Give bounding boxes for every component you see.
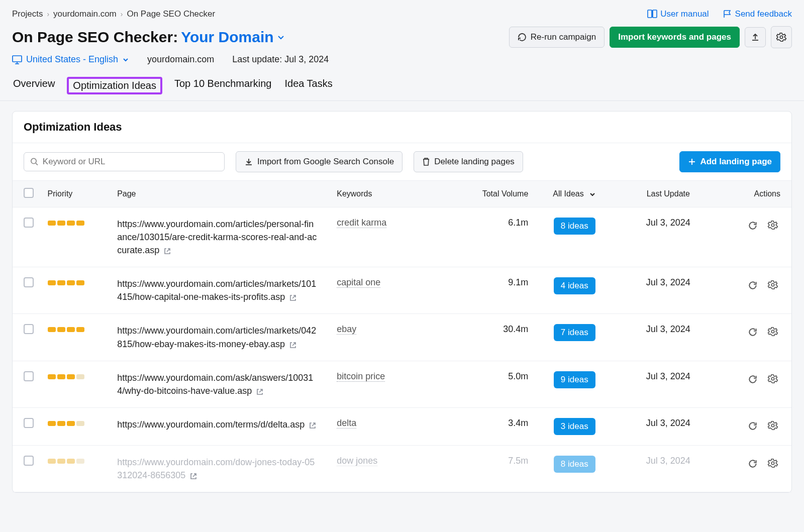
ideas-pill[interactable]: 3 ideas — [554, 418, 595, 435]
ideas-pill[interactable]: 8 ideas — [554, 456, 595, 473]
row-checkbox[interactable] — [24, 324, 34, 334]
export-button[interactable] — [745, 27, 766, 47]
row-settings-button[interactable] — [765, 218, 780, 233]
tab-overview[interactable]: Overview — [12, 77, 56, 94]
priority-segment — [76, 459, 84, 464]
row-refresh-button[interactable] — [745, 218, 760, 233]
page-url[interactable]: https://www.yourdomain.com/articles/mark… — [117, 277, 318, 303]
row-settings-button[interactable] — [765, 324, 780, 339]
page-url[interactable]: https://www.yourdomain.com/articles/mark… — [117, 324, 318, 350]
col-ideas-dropdown[interactable]: All Ideas — [534, 181, 615, 207]
priority-segment — [76, 374, 84, 379]
external-link-icon[interactable] — [164, 246, 171, 255]
svg-point-7 — [771, 284, 774, 287]
ideas-pill[interactable]: 9 ideas — [554, 371, 595, 388]
row-refresh-button[interactable] — [745, 456, 760, 471]
page-url[interactable]: https://www.yourdomain.com/ask/answers/1… — [117, 371, 318, 397]
row-checkbox[interactable] — [24, 277, 34, 287]
priority-segment — [76, 280, 84, 285]
priority-segment — [67, 374, 75, 379]
external-link-icon[interactable] — [190, 471, 197, 480]
domain-name: Your Domain — [181, 29, 273, 46]
total-volume: 5.0m — [449, 361, 535, 407]
ideas-table: Priority Page Keywords Total Volume All … — [13, 180, 791, 492]
breadcrumb: Projects › yourdomain.com › On Page SEO … — [12, 9, 215, 19]
search-input[interactable] — [43, 157, 218, 167]
svg-point-3 — [780, 36, 783, 39]
keyword-link[interactable]: ebay — [337, 324, 356, 335]
row-checkbox[interactable] — [24, 418, 34, 428]
import-keywords-button[interactable]: Import keywords and pages — [610, 27, 740, 48]
row-refresh-button[interactable] — [745, 278, 760, 293]
send-feedback-link[interactable]: Send feedback — [723, 9, 792, 19]
col-volume[interactable]: Total Volume — [449, 181, 535, 207]
row-settings-button[interactable] — [765, 277, 780, 292]
svg-point-5 — [31, 158, 36, 163]
user-manual-link[interactable]: User manual — [647, 9, 709, 19]
domain-text: yourdomain.com — [147, 54, 214, 65]
chevron-down-icon — [122, 56, 129, 63]
domain-dropdown[interactable]: Your Domain — [181, 29, 284, 46]
keyword-link[interactable]: delta — [337, 418, 356, 429]
row-refresh-button[interactable] — [745, 418, 760, 434]
row-settings-button[interactable] — [765, 456, 780, 471]
search-box[interactable] — [24, 152, 225, 171]
add-landing-page-button[interactable]: Add landing page — [679, 151, 780, 172]
col-actions: Actions — [722, 181, 791, 207]
keyword-link[interactable]: bitcoin price — [337, 371, 385, 382]
row-checkbox[interactable] — [24, 456, 34, 466]
ideas-pill[interactable]: 4 ideas — [554, 277, 595, 294]
book-icon — [647, 10, 657, 19]
keyword-link[interactable]: capital one — [337, 277, 380, 288]
row-refresh-button[interactable] — [745, 372, 760, 387]
keyword-link[interactable]: dow jones — [337, 456, 377, 466]
breadcrumb-item[interactable]: On Page SEO Checker — [127, 9, 215, 19]
send-feedback-label: Send feedback — [735, 9, 792, 19]
row-settings-button[interactable] — [765, 418, 780, 433]
priority-meter — [48, 374, 84, 379]
row-settings-button[interactable] — [765, 371, 780, 386]
page-url[interactable]: https://www.yourdomain.com/terms/d/delta… — [117, 418, 318, 431]
breadcrumb-item[interactable]: Projects — [12, 9, 43, 19]
ideas-pill[interactable]: 7 ideas — [554, 324, 595, 341]
page-title-text: On Page SEO Checker: — [12, 29, 178, 46]
col-priority[interactable]: Priority — [42, 181, 112, 207]
page-url[interactable]: https://www.yourdomain.com/dow-jones-tod… — [117, 456, 318, 482]
total-volume: 6.1m — [449, 207, 535, 267]
priority-segment — [48, 459, 56, 464]
page-url[interactable]: https://www.yourdomain.com/articles/pers… — [117, 218, 318, 257]
external-link-icon[interactable] — [309, 420, 316, 429]
row-refresh-button[interactable] — [745, 325, 760, 340]
import-gsc-button[interactable]: Import from Google Search Console — [236, 151, 403, 172]
tab-idea-tasks[interactable]: Idea Tasks — [283, 77, 333, 94]
location-selector[interactable]: United States - English — [12, 54, 129, 65]
user-manual-label: User manual — [660, 9, 709, 19]
external-link-icon[interactable] — [256, 387, 263, 395]
gear-icon — [776, 32, 787, 43]
settings-button[interactable] — [771, 26, 792, 48]
col-page[interactable]: Page — [111, 181, 331, 207]
ideas-pill[interactable]: 8 ideas — [554, 218, 595, 235]
row-checkbox[interactable] — [24, 371, 34, 381]
trash-icon — [422, 157, 430, 166]
last-update-cell: Jul 3, 2024 — [615, 314, 722, 361]
delete-landing-pages-button[interactable]: Delete landing pages — [414, 151, 523, 172]
tab-top10-benchmarking[interactable]: Top 10 Benchmarking — [173, 77, 272, 94]
tab-optimization-ideas[interactable]: Optimization Ideas — [67, 77, 162, 94]
keyword-link[interactable]: credit karma — [337, 218, 386, 228]
import-keywords-label: Import keywords and pages — [618, 32, 731, 42]
select-all-checkbox[interactable] — [24, 188, 34, 198]
external-link-icon[interactable] — [289, 340, 296, 349]
rerun-campaign-button[interactable]: Re-run campaign — [509, 27, 605, 48]
priority-meter — [48, 221, 84, 226]
col-last-update[interactable]: Last Update — [615, 181, 722, 207]
last-update-cell: Jul 3, 2024 — [615, 407, 722, 445]
priority-segment — [57, 327, 65, 332]
priority-segment — [57, 221, 65, 226]
breadcrumb-item[interactable]: yourdomain.com — [53, 9, 117, 19]
col-keywords[interactable]: Keywords — [331, 181, 449, 207]
location-label: United States - English — [26, 54, 118, 65]
external-link-icon[interactable] — [289, 293, 296, 301]
row-checkbox[interactable] — [24, 218, 34, 228]
priority-segment — [48, 221, 56, 226]
